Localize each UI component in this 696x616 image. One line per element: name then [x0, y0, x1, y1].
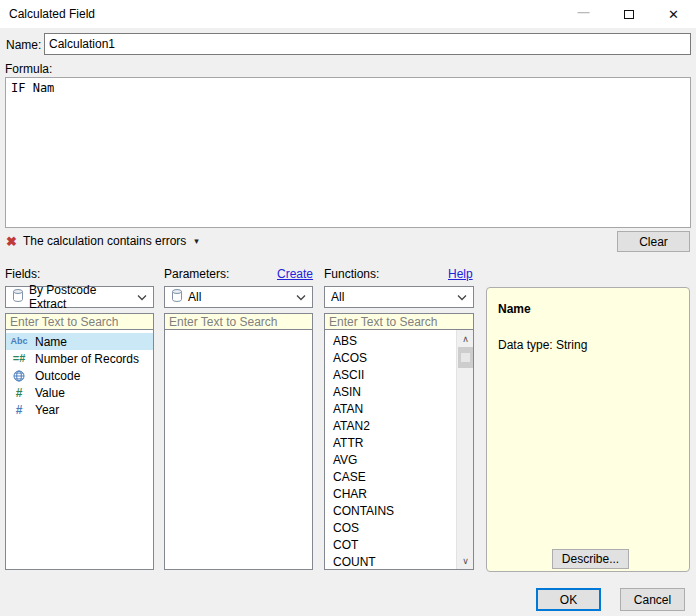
detail-datatype: Data type: String	[498, 338, 587, 352]
fields-datasource-dropdown[interactable]: By Postcode Extract	[5, 286, 154, 308]
function-item[interactable]: CONTAINS	[325, 503, 456, 520]
minimize-icon: —	[578, 5, 590, 19]
error-icon: ✖	[6, 235, 17, 248]
function-item[interactable]: ABS	[325, 333, 456, 350]
field-item[interactable]: Outcode	[6, 367, 153, 384]
detail-title: Name	[498, 302, 531, 316]
close-button[interactable]: ✕	[651, 0, 696, 28]
function-item[interactable]: AVG	[325, 452, 456, 469]
functions-label: Functions:	[324, 267, 379, 281]
parameters-scope-value: All	[188, 290, 201, 304]
ok-button[interactable]: OK	[536, 588, 601, 611]
maximize-button[interactable]	[606, 0, 651, 28]
datasource-icon	[171, 289, 183, 305]
function-item[interactable]: ATTR	[325, 435, 456, 452]
function-item[interactable]: CASE	[325, 469, 456, 486]
formula-editor[interactable]: IF Nam	[5, 77, 691, 228]
function-item[interactable]: ATAN2	[325, 418, 456, 435]
help-link[interactable]: Help	[448, 267, 473, 281]
name-input[interactable]	[44, 33, 691, 55]
globe-icon	[6, 370, 32, 382]
field-item-label: Number of Records	[32, 352, 139, 366]
describe-button[interactable]: Describe...	[552, 549, 629, 569]
scroll-down-icon[interactable]: ∨	[457, 552, 474, 569]
functions-category-value: All	[331, 290, 344, 304]
fields-list[interactable]: AbcName=#Number of RecordsOutcode#Value#…	[5, 329, 154, 570]
function-item[interactable]: CHAR	[325, 486, 456, 503]
field-item-label: Outcode	[32, 369, 80, 383]
equals-hash-icon: =#	[6, 353, 32, 364]
chevron-down-icon	[137, 290, 147, 304]
field-item[interactable]: AbcName	[6, 333, 153, 350]
create-link[interactable]: Create	[277, 267, 313, 281]
function-item[interactable]: ACOS	[325, 350, 456, 367]
function-item[interactable]: COS	[325, 520, 456, 537]
calculation-error-message[interactable]: ✖ The calculation contains errors ▾	[6, 232, 199, 250]
function-item[interactable]: ASCII	[325, 367, 456, 384]
field-item-label: Value	[32, 386, 65, 400]
formula-label: Formula:	[5, 62, 52, 76]
minimize-button[interactable]: —	[561, 0, 606, 28]
parameters-scope-dropdown[interactable]: All	[164, 286, 313, 308]
field-detail-panel: Name Data type: String Describe...	[486, 287, 690, 572]
abc-icon: Abc	[6, 337, 32, 346]
field-item[interactable]: #Year	[6, 401, 153, 418]
fields-datasource-value: By Postcode Extract	[29, 283, 132, 311]
field-item-label: Year	[32, 403, 59, 417]
name-label: Name:	[6, 38, 41, 52]
field-item-label: Name	[32, 335, 67, 349]
functions-list[interactable]: ABSACOSASCIIASINATANATAN2ATTRAVGCASECHAR…	[325, 330, 473, 570]
function-item[interactable]: COUNT	[325, 554, 456, 570]
chevron-down-icon	[296, 290, 306, 304]
functions-search-input[interactable]	[324, 313, 474, 330]
error-text: The calculation contains errors	[23, 234, 186, 248]
parameters-list[interactable]	[164, 329, 313, 570]
functions-scrollbar[interactable]: ∧ ∨	[456, 330, 473, 569]
title-bar: Calculated Field — ✕	[0, 0, 696, 28]
hash-blue-icon: #	[6, 404, 32, 416]
chevron-down-icon	[457, 290, 467, 304]
cancel-button[interactable]: Cancel	[620, 588, 685, 611]
scrollbar-thumb[interactable]	[458, 347, 473, 368]
window-title: Calculated Field	[0, 7, 95, 21]
function-item[interactable]: ATAN	[325, 401, 456, 418]
scroll-up-icon[interactable]: ∧	[457, 330, 474, 347]
parameters-search-input[interactable]	[164, 313, 313, 330]
window-controls: — ✕	[561, 0, 696, 28]
field-item[interactable]: =#Number of Records	[6, 350, 153, 367]
error-expand-caret-icon: ▾	[194, 236, 199, 246]
field-item[interactable]: #Value	[6, 384, 153, 401]
datasource-icon	[12, 289, 24, 305]
parameters-label: Parameters:	[164, 267, 229, 281]
close-icon: ✕	[668, 7, 679, 22]
fields-label: Fields:	[5, 267, 40, 281]
fields-search-input[interactable]	[5, 313, 154, 330]
function-item[interactable]: ASIN	[325, 384, 456, 401]
clear-button[interactable]: Clear	[617, 231, 690, 252]
maximize-icon	[624, 10, 634, 19]
functions-category-dropdown[interactable]: All	[324, 286, 474, 308]
function-item[interactable]: COT	[325, 537, 456, 554]
hash-green-icon: #	[6, 387, 32, 399]
functions-list-container: ABSACOSASCIIASINATANATAN2ATTRAVGCASECHAR…	[324, 329, 474, 570]
